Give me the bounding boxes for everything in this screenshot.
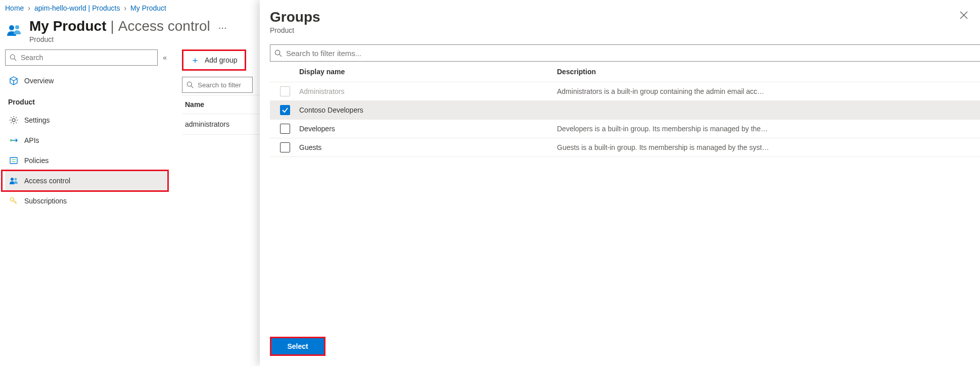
main-filter[interactable] bbox=[182, 77, 253, 93]
row-description: Developers is a built-in group. Its memb… bbox=[557, 125, 980, 133]
svg-point-12 bbox=[187, 82, 192, 86]
row-name: Developers bbox=[299, 125, 557, 133]
panel-footer: Select bbox=[260, 331, 980, 366]
breadcrumb-product-list[interactable]: apim-hello-world | Products bbox=[34, 4, 120, 12]
row-name: Guests bbox=[299, 143, 557, 151]
row-description: Administrators is a built-in group conta… bbox=[557, 87, 980, 95]
table-row[interactable]: Contoso Developers bbox=[270, 101, 980, 120]
svg-point-1 bbox=[15, 25, 19, 29]
sidebar-search[interactable] bbox=[5, 49, 158, 66]
nav-overview-label: Overview bbox=[24, 77, 54, 85]
close-button[interactable] bbox=[958, 9, 970, 24]
gear-icon bbox=[9, 116, 18, 125]
sidebar-search-input[interactable] bbox=[21, 54, 153, 62]
checkbox[interactable] bbox=[280, 124, 290, 134]
svg-point-5 bbox=[10, 139, 13, 142]
table-row: AdministratorsAdministrators is a built-… bbox=[270, 82, 980, 101]
checkbox bbox=[280, 86, 290, 96]
svg-point-11 bbox=[11, 198, 14, 201]
sidebar: « Overview Product Settings APIs Policie… bbox=[5, 49, 167, 211]
svg-line-3 bbox=[14, 59, 16, 61]
svg-line-13 bbox=[191, 86, 193, 88]
nav-policies[interactable]: Policies bbox=[5, 150, 167, 171]
nav-settings[interactable]: Settings bbox=[5, 110, 167, 130]
title-separator: | bbox=[110, 18, 114, 34]
add-group-button[interactable]: ＋ Add group bbox=[183, 51, 245, 69]
nav-settings-label: Settings bbox=[24, 116, 50, 124]
breadcrumb-home[interactable]: Home bbox=[5, 4, 24, 12]
page-subtitle: Access control bbox=[118, 18, 210, 34]
panel-search[interactable] bbox=[270, 44, 980, 62]
nav-policies-label: Policies bbox=[24, 156, 49, 165]
panel-subtitle: Product bbox=[260, 25, 980, 41]
column-display-name[interactable]: Display name bbox=[299, 68, 557, 76]
select-button[interactable]: Select bbox=[271, 338, 324, 354]
nav-section-product: Product bbox=[5, 91, 167, 110]
page-title: My Product bbox=[29, 18, 106, 34]
nav-overview[interactable]: Overview bbox=[5, 71, 167, 91]
svg-point-0 bbox=[9, 25, 14, 30]
nav-subscriptions[interactable]: Subscriptions bbox=[5, 191, 167, 211]
svg-rect-6 bbox=[10, 158, 17, 164]
chevron-right-icon: › bbox=[124, 4, 126, 12]
checkbox[interactable] bbox=[280, 105, 290, 115]
plus-icon: ＋ bbox=[191, 54, 200, 66]
api-icon bbox=[9, 136, 18, 145]
svg-point-9 bbox=[11, 178, 14, 181]
panel-title: Groups bbox=[270, 9, 320, 25]
column-description[interactable]: Description bbox=[557, 68, 980, 76]
collapse-sidebar-button[interactable]: « bbox=[163, 54, 167, 62]
search-icon bbox=[274, 49, 282, 57]
table-row[interactable]: DevelopersDevelopers is a built-in group… bbox=[270, 120, 980, 138]
chevron-right-icon: › bbox=[28, 4, 30, 12]
svg-line-17 bbox=[279, 54, 282, 56]
more-button[interactable]: ··· bbox=[214, 22, 227, 33]
search-icon bbox=[186, 81, 194, 88]
resource-type-label: Product bbox=[29, 35, 227, 43]
nav-apis[interactable]: APIs bbox=[5, 130, 167, 150]
nav-access-control[interactable]: Access control bbox=[5, 171, 167, 191]
checkbox[interactable] bbox=[280, 142, 290, 152]
row-name: Contoso Developers bbox=[299, 106, 557, 114]
close-icon bbox=[960, 11, 968, 19]
search-icon bbox=[10, 54, 17, 61]
svg-point-10 bbox=[15, 178, 17, 181]
panel-search-input[interactable] bbox=[286, 49, 976, 58]
groups-panel: Groups Product Display name Description … bbox=[260, 0, 980, 366]
key-icon bbox=[9, 196, 18, 205]
people-icon bbox=[5, 21, 23, 39]
svg-point-2 bbox=[10, 55, 15, 59]
table-row[interactable]: GuestsGuests is a built-in group. Its me… bbox=[270, 138, 980, 157]
panel-grid-header: Display name Description bbox=[270, 62, 980, 82]
add-group-label: Add group bbox=[205, 56, 238, 64]
row-name: Administrators bbox=[299, 87, 557, 95]
nav-access-control-label: Access control bbox=[24, 177, 70, 185]
breadcrumb-current[interactable]: My Product bbox=[130, 4, 166, 12]
nav-apis-label: APIs bbox=[24, 136, 39, 144]
cube-icon bbox=[9, 76, 18, 85]
main-filter-input[interactable] bbox=[198, 81, 248, 89]
svg-point-16 bbox=[275, 50, 279, 55]
row-description: Guests is a built-in group. Its membersh… bbox=[557, 143, 980, 151]
policy-icon bbox=[9, 156, 18, 165]
nav-subscriptions-label: Subscriptions bbox=[24, 197, 67, 205]
svg-point-4 bbox=[12, 119, 15, 122]
people-icon bbox=[9, 176, 18, 185]
